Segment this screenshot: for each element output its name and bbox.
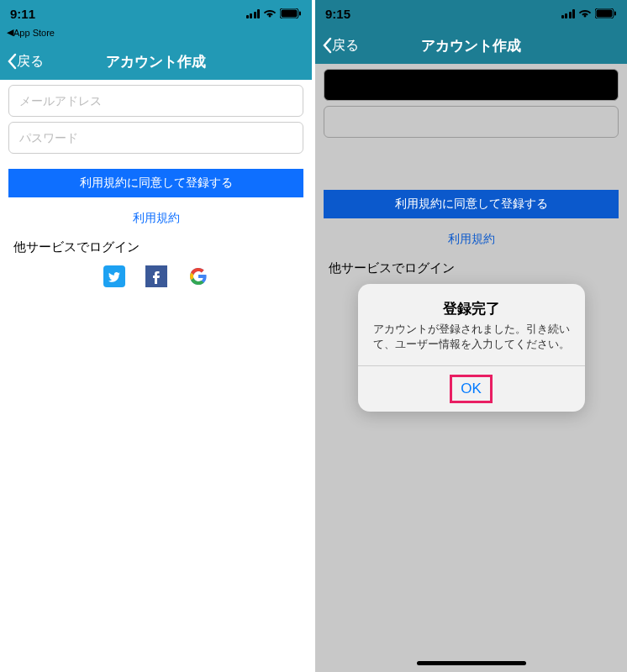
- battery-icon: [595, 8, 617, 18]
- email-input[interactable]: [324, 69, 619, 101]
- page-title: アカウント作成: [106, 52, 206, 71]
- other-login-label: 他サービスでログイン: [315, 247, 627, 283]
- google-icon: [187, 265, 209, 287]
- status-time: 9:15: [325, 7, 350, 21]
- password-input[interactable]: [8, 122, 303, 154]
- signal-icon: [246, 9, 261, 18]
- register-button-wrap: 利用規約に同意して登録する: [315, 185, 627, 223]
- phone-screen-right: 9:15 戻る アカウント作成 利用規約に同意して登録する 利用規約 他サービス…: [315, 0, 627, 672]
- svg-rect-7: [614, 12, 616, 16]
- social-buttons: [0, 262, 312, 291]
- signal-icon: [561, 9, 576, 18]
- content-area: 利用規約に同意して登録する 利用規約 他サービスでログイン: [0, 80, 312, 672]
- facebook-icon: [145, 265, 167, 287]
- svg-rect-2: [299, 12, 301, 16]
- input-group: [315, 64, 627, 148]
- app-store-back-link[interactable]: ◀ App Store: [0, 27, 312, 43]
- battery-icon: [280, 8, 302, 18]
- phone-screen-left: 9:11 ◀ App Store 戻る アカウント作成 利用規約に同意して登録す…: [0, 0, 312, 672]
- facebook-button[interactable]: [145, 265, 167, 287]
- back-button[interactable]: 戻る: [322, 37, 359, 55]
- other-login-label: 他サービスでログイン: [0, 226, 312, 262]
- register-button[interactable]: 利用規約に同意して登録する: [324, 190, 619, 218]
- back-label: 戻る: [17, 53, 44, 71]
- svg-rect-1: [282, 10, 298, 18]
- wifi-icon: [263, 8, 277, 18]
- chevron-left-icon: [7, 53, 17, 70]
- twitter-button[interactable]: [103, 265, 125, 287]
- alert-ok-highlight: OK: [450, 375, 493, 403]
- password-input[interactable]: [324, 106, 619, 138]
- home-indicator[interactable]: [417, 661, 526, 665]
- alert-dialog: 登録完了 アカウントが登録されました。引き続いて、ユーザー情報を入力してください…: [358, 284, 585, 412]
- svg-rect-6: [597, 10, 613, 18]
- terms-link[interactable]: 利用規約: [0, 211, 312, 226]
- register-button-highlight: 利用規約に同意して登録する: [0, 164, 312, 202]
- terms-link[interactable]: 利用規約: [315, 232, 627, 247]
- register-button[interactable]: 利用規約に同意して登録する: [8, 169, 303, 197]
- alert-button-row: OK: [358, 365, 585, 412]
- app-store-back-label: App Store: [13, 28, 55, 38]
- alert-title: 登録完了: [371, 299, 572, 318]
- input-group-highlight: [0, 80, 312, 164]
- nav-header: 戻る アカウント作成: [315, 27, 627, 64]
- google-button[interactable]: [187, 265, 209, 287]
- nav-header: 戻る アカウント作成: [0, 43, 312, 80]
- back-label: 戻る: [332, 37, 359, 55]
- triangle-left-icon: ◀: [7, 27, 13, 38]
- chevron-left-icon: [322, 37, 332, 54]
- status-icons: [561, 8, 618, 18]
- wifi-icon: [578, 8, 592, 18]
- alert-content: 登録完了 アカウントが登録されました。引き続いて、ユーザー情報を入力してください…: [358, 284, 585, 365]
- status-bar: 9:11: [0, 0, 312, 27]
- back-button[interactable]: 戻る: [7, 53, 44, 71]
- page-title: アカウント作成: [421, 36, 521, 55]
- alert-ok-button[interactable]: OK: [461, 381, 482, 397]
- status-icons: [246, 8, 303, 18]
- alert-message: アカウントが登録されました。引き続いて、ユーザー情報を入力してください。: [371, 322, 572, 352]
- email-input[interactable]: [8, 85, 303, 117]
- status-bar: 9:15: [315, 0, 627, 27]
- twitter-icon: [103, 265, 125, 287]
- status-time: 9:11: [10, 7, 35, 21]
